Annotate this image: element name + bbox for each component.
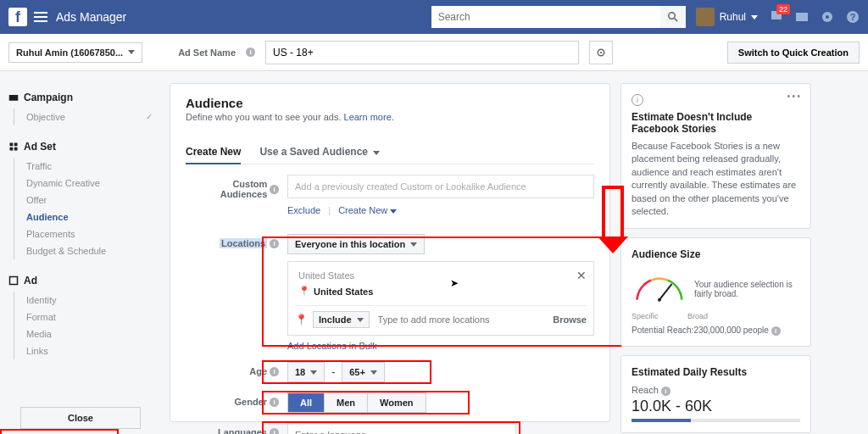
- tab-create-new[interactable]: Create New: [186, 141, 241, 164]
- search-button[interactable]: [660, 6, 686, 28]
- audience-card: Audience Define who you want to see your…: [170, 83, 610, 422]
- gear-icon[interactable]: [821, 10, 834, 24]
- info-icon[interactable]: i: [246, 47, 255, 57]
- gender-segment: All Men Women: [287, 392, 426, 413]
- chevron-down-icon: [357, 318, 364, 322]
- nav-item-traffic[interactable]: Traffic: [26, 158, 153, 175]
- nav-item-objective[interactable]: Objective✓: [26, 108, 153, 125]
- info-icon[interactable]: i: [270, 398, 279, 407]
- gender-label: Genderi: [186, 392, 279, 407]
- adset-name-input[interactable]: [265, 41, 579, 64]
- avatar: [696, 8, 715, 26]
- bulk-locations-link[interactable]: Add Locations in Bulk: [287, 341, 377, 351]
- exclude-link[interactable]: Exclude: [287, 205, 320, 215]
- ad-icon: [8, 275, 19, 286]
- languages-input[interactable]: [287, 423, 516, 434]
- tab-saved-audience[interactable]: Use a Saved Audience: [259, 141, 380, 164]
- gender-all-button[interactable]: All: [288, 393, 325, 412]
- audience-title: Audience: [186, 96, 594, 110]
- gender-women-button[interactable]: Women: [368, 393, 426, 412]
- pin-icon: 📍: [298, 286, 310, 297]
- svg-point-9: [600, 51, 602, 53]
- nav-section-ad[interactable]: Ad: [8, 275, 153, 287]
- notification-badge: 22: [776, 4, 790, 14]
- messages-icon[interactable]: [795, 10, 809, 24]
- nav-item-media[interactable]: Media: [26, 326, 153, 342]
- info-icon[interactable]: i: [270, 428, 279, 435]
- search-icon: [668, 12, 678, 22]
- nav-section-adset[interactable]: Ad Set: [8, 141, 153, 153]
- location-group: United States: [295, 269, 587, 282]
- locations-label: Locationsi: [186, 234, 279, 248]
- svg-text:?: ?: [850, 12, 856, 22]
- menu-icon[interactable]: [34, 12, 47, 22]
- info-icon[interactable]: i: [270, 185, 279, 194]
- svg-rect-13: [10, 147, 14, 151]
- nav-item-dynamic-creative[interactable]: Dynamic Creative: [26, 175, 153, 192]
- nav-item-audience[interactable]: Audience: [26, 209, 153, 225]
- svg-rect-11: [10, 143, 14, 147]
- custom-audiences-label: Custom Audiencesi: [186, 175, 279, 199]
- svg-point-17: [658, 298, 661, 302]
- svg-line-16: [659, 285, 671, 300]
- adset-icon: [8, 142, 19, 152]
- annotation-arrow: [602, 186, 628, 253]
- location-item[interactable]: 📍United States: [295, 282, 587, 300]
- pin-icon: 📍: [295, 314, 308, 326]
- app-title: Ads Manager: [56, 10, 126, 24]
- chevron-down-icon: [310, 370, 317, 375]
- annotation-box: [0, 429, 119, 434]
- close-icon[interactable]: ✕: [576, 269, 587, 282]
- cursor-icon: ➤: [450, 277, 459, 289]
- more-icon[interactable]: •••: [787, 91, 802, 101]
- info-icon[interactable]: i: [771, 326, 781, 336]
- help-icon[interactable]: ?: [846, 10, 860, 24]
- svg-rect-12: [14, 143, 18, 147]
- info-icon[interactable]: i: [270, 367, 279, 376]
- info-icon[interactable]: i: [661, 387, 670, 396]
- daily-title: Estimated Daily Results: [632, 366, 800, 378]
- age-label: Agei: [186, 362, 279, 376]
- learn-more-link[interactable]: Learn more.: [344, 112, 394, 122]
- account-dropdown[interactable]: Ruhul Amin (16067850...: [8, 42, 142, 63]
- svg-rect-15: [10, 277, 18, 285]
- audience-size-card: Audience Size Your audience selection is…: [620, 237, 811, 347]
- adset-settings-button[interactable]: [589, 41, 613, 64]
- nav-item-offer[interactable]: Offer: [26, 192, 153, 209]
- chevron-down-icon: [751, 15, 758, 19]
- age-max-dropdown[interactable]: 65+: [342, 362, 385, 382]
- search-input[interactable]: [431, 6, 660, 28]
- info-icon[interactable]: i: [270, 239, 279, 248]
- chevron-down-icon: [128, 50, 135, 54]
- browse-link[interactable]: Browse: [553, 314, 587, 325]
- nav-section-campaign[interactable]: Campaign: [8, 92, 73, 103]
- stories-notice-card: ••• i Estimate Doesn't Include Facebook …: [620, 83, 811, 229]
- switch-quick-creation-button[interactable]: Switch to Quick Creation: [727, 42, 860, 64]
- add-location-input[interactable]: [375, 311, 548, 328]
- custom-audiences-input[interactable]: Add a previously created Custom or Looka…: [287, 175, 594, 198]
- create-new-link[interactable]: Create New: [338, 205, 397, 215]
- potential-reach: Potential Reach:230,000,000 people i: [632, 326, 800, 336]
- nav-item-identity[interactable]: Identity: [26, 292, 153, 309]
- size-title: Audience Size: [632, 248, 800, 260]
- info-icon: i: [632, 94, 643, 106]
- include-dropdown[interactable]: Include: [313, 311, 370, 328]
- user-menu[interactable]: Ruhul: [696, 8, 758, 26]
- left-nav: Campaign Objective✓ Ad Set TrafficDynami…: [0, 71, 161, 434]
- close-button[interactable]: Close: [20, 407, 141, 429]
- top-bar: f Ads Manager Ruhul 22 ?: [0, 0, 868, 34]
- nav-item-budget-&-schedule[interactable]: Budget & Schedule: [26, 242, 153, 259]
- nav-item-links[interactable]: Links: [26, 342, 153, 359]
- svg-rect-14: [14, 147, 18, 151]
- nav-item-format[interactable]: Format: [26, 309, 153, 326]
- facebook-logo[interactable]: f: [8, 8, 27, 26]
- gender-men-button[interactable]: Men: [325, 393, 368, 412]
- notifications-icon[interactable]: 22: [770, 9, 783, 25]
- age-min-dropdown[interactable]: 18: [287, 362, 325, 382]
- location-scope-dropdown[interactable]: Everyone in this location: [287, 234, 425, 254]
- audience-subtitle: Define who you want to see your ads. Lea…: [186, 112, 594, 122]
- nav-item-placements[interactable]: Placements: [26, 225, 153, 242]
- chevron-down-icon: [370, 370, 377, 375]
- notice-body: Because Facebook Stories is a new placem…: [632, 140, 800, 218]
- chevron-down-icon: [373, 151, 380, 155]
